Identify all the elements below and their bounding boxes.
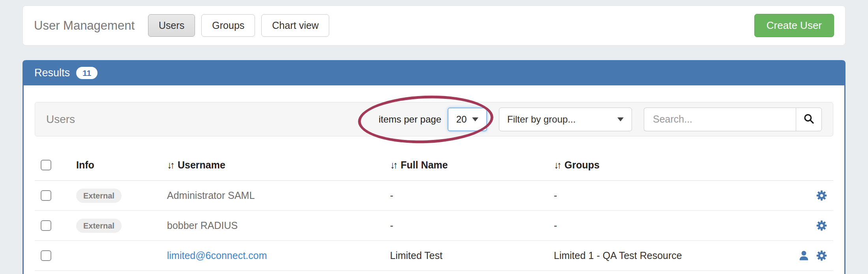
actions-cell — [769, 211, 833, 241]
items-per-page-label: items per page — [379, 114, 441, 125]
username-link[interactable]: limited@6connect.com — [167, 250, 267, 261]
magnifier-icon — [803, 113, 815, 126]
row-select-cell — [35, 241, 70, 271]
items-per-page-group: items per page 20 — [379, 108, 487, 131]
col-header-actions — [769, 155, 833, 181]
table-row: limited@6connect.comLimited TestLimited … — [35, 241, 833, 271]
tab-groups[interactable]: Groups — [201, 14, 255, 37]
info-cell: External — [70, 211, 161, 241]
full-name-cell: - — [384, 181, 548, 211]
tab-users[interactable]: Users — [148, 14, 195, 37]
chevron-down-icon — [472, 117, 478, 121]
page-title: User Management — [34, 19, 135, 33]
row-checkbox[interactable] — [41, 220, 51, 231]
groups-cell: - — [548, 211, 769, 241]
chevron-down-icon — [617, 117, 624, 121]
actions-cell — [769, 181, 833, 211]
username-cell: limited@6connect.com — [161, 241, 384, 271]
gear-icon[interactable] — [816, 219, 828, 232]
username-text: bobber RADIUS — [167, 220, 238, 231]
gear-icon[interactable] — [816, 189, 828, 202]
info-cell — [70, 241, 161, 271]
table-row: Externalbobber RADIUS-- — [35, 211, 833, 241]
username-text: Administrator SAML — [167, 190, 255, 201]
create-user-button[interactable]: Create User — [754, 14, 834, 37]
search-input[interactable] — [644, 108, 796, 131]
row-select-cell — [35, 211, 70, 241]
users-panel-title: Users — [46, 113, 75, 126]
table-row: ExternalAdministrator SAML-- — [35, 181, 833, 211]
users-table: Info ↓↑Username ↓↑Full Name ↓↑Groups Ext… — [35, 155, 833, 271]
actions-cell — [769, 241, 833, 271]
search-group — [644, 108, 822, 131]
full-name-cell: - — [384, 211, 548, 241]
username-cell: Administrator SAML — [161, 181, 384, 211]
items-per-page-select[interactable]: 20 — [448, 108, 487, 131]
header-card: User Management Users Groups Chart view … — [22, 6, 846, 45]
sort-icon: ↓↑ — [390, 159, 396, 170]
gear-icon[interactable] — [816, 249, 828, 262]
table-header-row: Info ↓↑Username ↓↑Full Name ↓↑Groups — [35, 155, 833, 181]
view-tabs: Users Groups Chart view — [148, 14, 329, 37]
sort-icon: ↓↑ — [167, 159, 173, 170]
info-cell: External — [70, 181, 161, 211]
col-header-username[interactable]: ↓↑Username — [161, 155, 384, 181]
group-filter-value: Filter by group... — [507, 114, 576, 125]
groups-cell: Limited 1 - QA Test Resource — [548, 241, 769, 271]
row-checkbox[interactable] — [41, 250, 51, 261]
external-badge: External — [76, 189, 122, 203]
full-name-cell: Limited Test — [384, 241, 548, 271]
row-checkbox[interactable] — [41, 190, 51, 201]
sort-icon: ↓↑ — [554, 159, 560, 170]
results-title: Results — [34, 67, 70, 79]
users-toolbar: Users items per page 20 Filter by group.… — [35, 102, 833, 136]
groups-cell: - — [548, 181, 769, 211]
results-body: Users items per page 20 Filter by group.… — [24, 85, 844, 271]
row-select-cell — [35, 181, 70, 211]
external-badge: External — [76, 219, 122, 233]
items-per-page-value: 20 — [456, 114, 467, 125]
search-button[interactable] — [796, 108, 822, 131]
results-header: Results 11 — [23, 60, 845, 85]
user-icon[interactable] — [798, 249, 810, 262]
select-all-checkbox[interactable] — [41, 160, 51, 170]
table-body: ExternalAdministrator SAML--Externalbobb… — [35, 181, 833, 271]
group-filter-select[interactable]: Filter by group... — [499, 108, 632, 131]
tab-chart-view[interactable]: Chart view — [261, 14, 329, 37]
results-panel: Results 11 Users items per page 20 Filte… — [22, 60, 846, 274]
col-header-info: Info — [70, 155, 161, 181]
results-count-badge: 11 — [76, 67, 97, 79]
col-header-full-name[interactable]: ↓↑Full Name — [384, 155, 548, 181]
username-cell: bobber RADIUS — [161, 211, 384, 241]
col-header-groups[interactable]: ↓↑Groups — [548, 155, 769, 181]
select-all-cell — [35, 155, 70, 181]
